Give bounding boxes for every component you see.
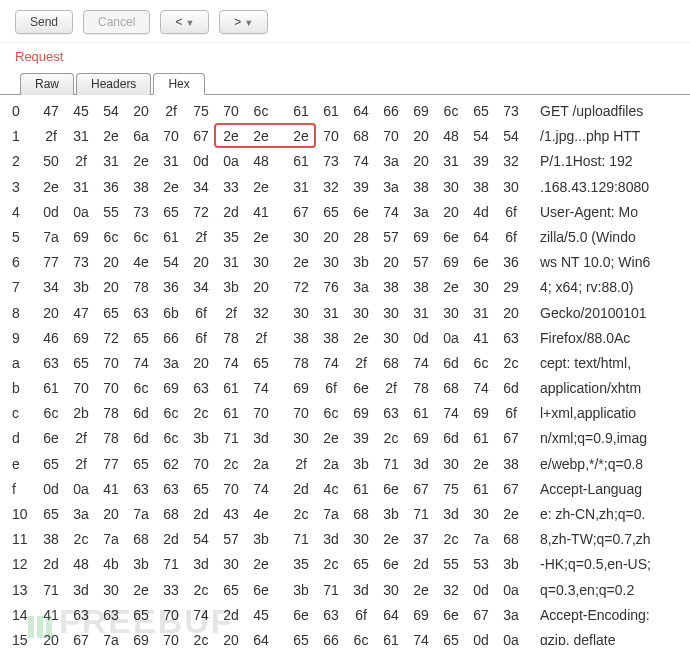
byte-cell[interactable]: 39 (466, 149, 496, 174)
byte-cell[interactable]: 2f (66, 452, 96, 477)
byte-cell[interactable]: 61 (286, 99, 316, 124)
byte-cell[interactable]: 31 (316, 301, 346, 326)
byte-cell[interactable]: 2e (246, 552, 276, 577)
byte-cell[interactable]: 0a (66, 477, 96, 502)
byte-cell[interactable]: 61 (376, 628, 406, 645)
byte-cell[interactable]: 30 (316, 250, 346, 275)
byte-cell[interactable]: 71 (156, 552, 186, 577)
byte-cell[interactable]: 30 (436, 175, 466, 200)
byte-cell[interactable]: 61 (156, 225, 186, 250)
byte-cell[interactable]: 65 (436, 628, 466, 645)
byte-cell[interactable]: 57 (216, 527, 246, 552)
byte-cell[interactable]: 2c (186, 401, 216, 426)
byte-cell[interactable]: 77 (36, 250, 66, 275)
byte-cell[interactable]: 33 (156, 578, 186, 603)
byte-cell[interactable]: 6a (126, 124, 156, 149)
byte-cell[interactable]: 57 (376, 225, 406, 250)
byte-cell[interactable]: 71 (316, 578, 346, 603)
byte-cell[interactable]: 2d (216, 603, 246, 628)
byte-cell[interactable]: 69 (406, 225, 436, 250)
byte-cell[interactable]: 7a (96, 628, 126, 645)
byte-cell[interactable]: 6b (156, 301, 186, 326)
byte-cell[interactable]: 6e (286, 603, 316, 628)
byte-cell[interactable]: 36 (156, 275, 186, 300)
byte-cell[interactable]: 63 (66, 603, 96, 628)
byte-cell[interactable]: 70 (156, 124, 186, 149)
byte-cell[interactable]: 31 (216, 250, 246, 275)
byte-cell[interactable]: 70 (156, 628, 186, 645)
byte-cell[interactable]: 3a (156, 351, 186, 376)
byte-cell[interactable]: 70 (216, 477, 246, 502)
byte-cell[interactable]: 2c (66, 527, 96, 552)
byte-cell[interactable]: 3d (406, 452, 436, 477)
byte-cell[interactable]: 31 (406, 301, 436, 326)
byte-cell[interactable]: 4e (126, 250, 156, 275)
byte-cell[interactable]: 3d (316, 527, 346, 552)
byte-cell[interactable]: 65 (466, 99, 496, 124)
byte-cell[interactable]: 70 (186, 452, 216, 477)
hex-row[interactable]: 7343b207836343b2072763a38382e30294; x64;… (12, 275, 678, 300)
byte-cell[interactable]: 63 (126, 477, 156, 502)
byte-cell[interactable]: 33 (216, 175, 246, 200)
forward-button[interactable]: >▼ (219, 10, 268, 34)
byte-cell[interactable]: 30 (376, 326, 406, 351)
byte-cell[interactable]: 30 (286, 301, 316, 326)
byte-cell[interactable]: 67 (186, 124, 216, 149)
byte-cell[interactable]: 68 (376, 351, 406, 376)
byte-cell[interactable]: 55 (436, 552, 466, 577)
byte-cell[interactable]: 20 (436, 200, 466, 225)
byte-cell[interactable]: 68 (346, 502, 376, 527)
byte-cell[interactable]: 2d (156, 527, 186, 552)
byte-cell[interactable]: 67 (466, 603, 496, 628)
byte-cell[interactable]: 77 (96, 452, 126, 477)
byte-cell[interactable]: 20 (406, 149, 436, 174)
byte-cell[interactable]: 3b (186, 426, 216, 451)
byte-cell[interactable]: 20 (496, 301, 526, 326)
byte-cell[interactable]: 66 (376, 99, 406, 124)
byte-cell[interactable]: 70 (96, 351, 126, 376)
byte-cell[interactable]: 63 (376, 401, 406, 426)
byte-cell[interactable]: 3d (346, 578, 376, 603)
byte-cell[interactable]: 20 (96, 502, 126, 527)
byte-cell[interactable]: 69 (66, 225, 96, 250)
byte-cell[interactable]: 30 (496, 175, 526, 200)
byte-cell[interactable]: 6f (346, 603, 376, 628)
byte-cell[interactable]: 62 (156, 452, 186, 477)
byte-cell[interactable]: 20 (36, 301, 66, 326)
byte-cell[interactable]: 2e (286, 124, 316, 149)
byte-cell[interactable]: 54 (496, 124, 526, 149)
byte-cell[interactable]: 2c (436, 527, 466, 552)
byte-cell[interactable]: 71 (216, 426, 246, 451)
byte-cell[interactable]: 2f (286, 452, 316, 477)
byte-cell[interactable]: 70 (216, 99, 246, 124)
byte-cell[interactable]: 67 (286, 200, 316, 225)
byte-cell[interactable]: 2e (36, 175, 66, 200)
byte-cell[interactable]: 29 (496, 275, 526, 300)
byte-cell[interactable]: 74 (346, 149, 376, 174)
byte-cell[interactable]: 2e (406, 578, 436, 603)
byte-cell[interactable]: 2e (96, 124, 126, 149)
byte-cell[interactable]: 30 (286, 426, 316, 451)
byte-cell[interactable]: 3b (66, 275, 96, 300)
byte-cell[interactable]: 3d (246, 426, 276, 451)
byte-cell[interactable]: 2e (346, 326, 376, 351)
byte-cell[interactable]: 6e (346, 376, 376, 401)
byte-cell[interactable]: 47 (66, 301, 96, 326)
byte-cell[interactable]: 3d (66, 578, 96, 603)
tab-headers[interactable]: Headers (76, 73, 151, 95)
byte-cell[interactable]: 74 (186, 603, 216, 628)
byte-cell[interactable]: 34 (186, 175, 216, 200)
byte-cell[interactable]: 41 (466, 326, 496, 351)
byte-cell[interactable]: 2e (126, 578, 156, 603)
byte-cell[interactable]: 43 (216, 502, 246, 527)
byte-cell[interactable]: 53 (466, 552, 496, 577)
byte-cell[interactable]: 3d (436, 502, 466, 527)
byte-cell[interactable]: 6f (496, 200, 526, 225)
tab-hex[interactable]: Hex (153, 73, 204, 95)
byte-cell[interactable]: 30 (376, 578, 406, 603)
byte-cell[interactable]: 69 (66, 326, 96, 351)
byte-cell[interactable]: 71 (376, 452, 406, 477)
byte-cell[interactable]: 2f (186, 225, 216, 250)
byte-cell[interactable]: 6d (436, 351, 466, 376)
byte-cell[interactable]: 61 (466, 426, 496, 451)
